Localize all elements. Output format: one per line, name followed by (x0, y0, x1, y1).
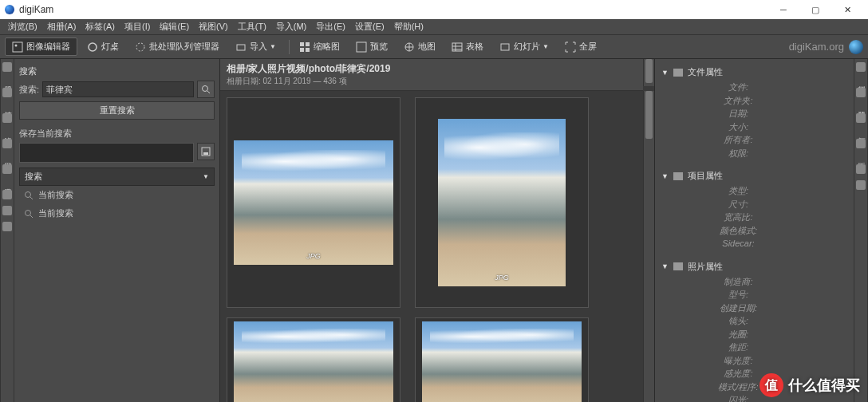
right-tab-strip: 属性 标题 颜色 版本 (854, 59, 868, 402)
thumbnail-icon (299, 41, 310, 53)
photo-preview: JPG (438, 119, 566, 286)
search-tab-icon[interactable] (2, 164, 12, 174)
reset-search-button[interactable]: 重置搜索 (19, 101, 215, 120)
import-button[interactable]: 导入▼ (229, 38, 282, 55)
menu-tag[interactable]: 标签(A) (81, 19, 120, 34)
search-panel-title: 搜索 (19, 62, 215, 81)
collapse-icon: ▼ (661, 262, 669, 270)
item-properties-header[interactable]: ▼项目属性 (661, 168, 847, 184)
thumbnail-view-button[interactable]: 缩略图 (293, 38, 346, 55)
dates-tab[interactable]: 日期 (2, 155, 13, 158)
search-list-item[interactable]: 当前搜索 (19, 186, 215, 204)
maximize-button[interactable]: ▢ (799, 0, 831, 19)
photo-preview (234, 321, 393, 402)
menu-browse[interactable]: 浏览(B) (3, 19, 42, 34)
tools-tab-icon[interactable] (856, 180, 866, 190)
tags-tab-icon[interactable] (2, 88, 12, 97)
preview-button[interactable]: 预览 (349, 38, 394, 55)
save-search-input[interactable] (19, 143, 194, 163)
thumbnail-item[interactable]: JPG (227, 97, 400, 308)
search-list-dropdown[interactable]: 搜索 ▼ (19, 168, 215, 186)
versions-tab[interactable]: 版本 (855, 155, 866, 158)
prop-label: 大小: (661, 120, 815, 134)
captions-tab[interactable]: 标题 (855, 104, 866, 107)
advanced-search-button[interactable] (197, 81, 215, 98)
photo-preview: JPG (234, 140, 393, 265)
search-list-item[interactable]: 当前搜索 (19, 204, 215, 223)
svg-rect-12 (501, 44, 509, 50)
collapse-icon: ▼ (661, 172, 669, 180)
prop-label: 类型: (661, 184, 815, 198)
light-table-button[interactable]: 灯桌 (81, 38, 125, 55)
colors-tab-icon[interactable] (856, 113, 866, 123)
brand-link[interactable]: digiKam.org (789, 41, 844, 53)
menu-export[interactable]: 导出(E) (311, 19, 350, 34)
table-icon (452, 41, 463, 53)
menu-album[interactable]: 相册(A) (42, 19, 81, 34)
svg-rect-5 (300, 42, 304, 46)
thumbnail-item[interactable] (415, 317, 589, 402)
minimize-button[interactable]: ─ (767, 0, 799, 19)
svg-point-13 (203, 86, 208, 92)
thumbnail-item[interactable]: JPG (415, 97, 589, 308)
similarity-tab-icon[interactable] (2, 190, 12, 199)
labels-tab[interactable]: 标注 (2, 129, 13, 132)
format-badge: JPG (495, 274, 509, 282)
chevron-down-icon: ▼ (542, 43, 549, 50)
svg-rect-8 (306, 48, 310, 52)
menu-help[interactable]: 帮助(H) (389, 19, 428, 34)
dates-tab-icon[interactable] (2, 139, 12, 148)
camera-icon (673, 262, 683, 270)
albums-tab-icon[interactable] (2, 62, 12, 72)
close-button[interactable]: ✕ (831, 0, 863, 19)
tags-tab[interactable]: 标签 (2, 104, 13, 107)
batch-queue-button[interactable]: 批处理队列管理器 (128, 38, 226, 55)
properties-tab-icon[interactable] (856, 62, 866, 72)
prop-label: 镜头: (661, 314, 815, 328)
search-input[interactable] (42, 81, 194, 97)
menu-settings[interactable]: 设置(E) (350, 19, 389, 34)
menu-tools[interactable]: 工具(T) (233, 19, 271, 34)
prop-label: 焦距: (661, 341, 815, 354)
menu-item[interactable]: 项目(I) (120, 19, 155, 34)
search-tab[interactable]: 搜索 (2, 180, 13, 183)
captions-tab-icon[interactable] (856, 88, 866, 97)
svg-rect-0 (13, 42, 22, 52)
labels-tab-icon[interactable] (2, 113, 12, 123)
save-search-button[interactable] (197, 143, 215, 160)
colors-tab[interactable]: 颜色 (855, 129, 866, 132)
file-properties-header[interactable]: ▼文件属性 (661, 64, 847, 81)
save-search-label: 保存当前搜索 (19, 124, 215, 143)
photo-properties-header[interactable]: ▼照片属性 (661, 258, 847, 275)
toolbar-separator (289, 40, 290, 54)
lighttable-icon (87, 41, 98, 53)
map-tab-icon[interactable] (2, 206, 12, 215)
albums-tab[interactable]: 相册 (2, 78, 13, 81)
svg-point-16 (26, 191, 31, 197)
vertical-scrollbar[interactable] (643, 59, 654, 86)
photo-preview (422, 321, 582, 402)
menu-edit[interactable]: 编辑(E) (155, 19, 194, 34)
people-tab-icon[interactable] (2, 222, 12, 231)
map-view-button[interactable]: 地图 (397, 38, 442, 55)
fullscreen-button[interactable]: 全屏 (558, 38, 603, 55)
properties-panel: ▼文件属性 文件: 文件夹: 日期: 大小: 所有者: 权限: ▼项目属性 类型… (654, 59, 854, 402)
globe-icon[interactable] (849, 40, 863, 54)
menu-view[interactable]: 视图(V) (194, 19, 233, 34)
filters-tab-icon[interactable] (856, 164, 866, 174)
table-view-button[interactable]: 表格 (445, 38, 490, 55)
vertical-scrollbar[interactable] (643, 91, 654, 402)
prop-label: 文件夹: (661, 94, 815, 108)
slideshow-button[interactable]: 幻灯片▼ (493, 38, 555, 55)
thumbnail-item[interactable] (227, 317, 400, 402)
image-editor-button[interactable]: 图像编辑器 (5, 37, 77, 56)
properties-tab[interactable]: 属性 (855, 78, 866, 81)
prop-label: 闪光: (661, 393, 815, 402)
versions-tab-icon[interactable] (856, 139, 866, 148)
svg-point-1 (15, 44, 18, 46)
app-logo-icon (5, 5, 14, 14)
import-icon (235, 41, 247, 53)
prop-label: 文件: (661, 81, 815, 94)
prop-label: 型号: (661, 288, 815, 302)
menu-import[interactable]: 导入(M) (271, 19, 312, 34)
